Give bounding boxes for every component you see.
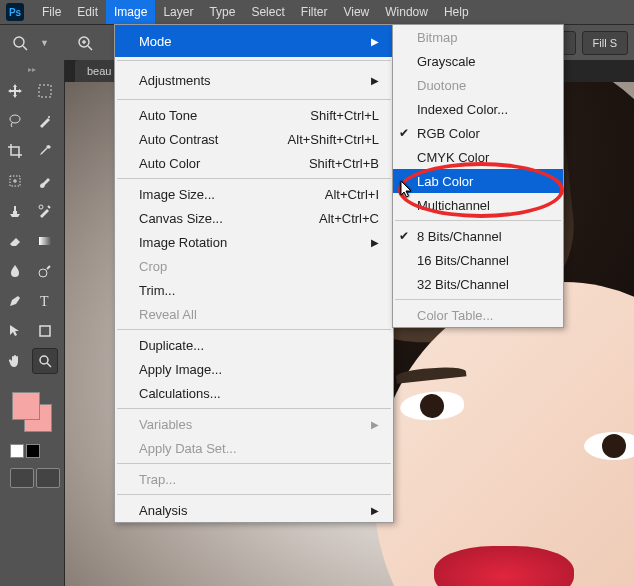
image-menu-item-analysis[interactable]: Analysis▶ [115, 498, 393, 522]
menu-item-label: Canvas Size... [139, 211, 223, 226]
mode-menu-item-32-bits-channel[interactable]: 32 Bits/Channel [393, 272, 563, 296]
menu-item-label: 8 Bits/Channel [417, 229, 502, 244]
foreground-color-swatch[interactable] [12, 392, 40, 420]
default-colors-icon[interactable] [10, 444, 24, 458]
image-menu-item-adjustments[interactable]: Adjustments▶ [115, 64, 393, 96]
image-menu-item-separator [117, 463, 391, 464]
submenu-arrow-icon: ▶ [371, 36, 379, 47]
menubar-item-type[interactable]: Type [201, 0, 243, 24]
image-menu-item-apply-data-set: Apply Data Set... [115, 436, 393, 460]
menu-item-label: RGB Color [417, 126, 480, 141]
image-menu-item-apply-image[interactable]: Apply Image... [115, 357, 393, 381]
marquee-tool-icon[interactable] [32, 78, 58, 104]
menu-item-label: Analysis [139, 503, 187, 518]
mode-menu-item-multichannel[interactable]: Multichannel [393, 193, 563, 217]
collapse-handle[interactable]: ▸▸ [2, 64, 62, 74]
quickmask-mode-button[interactable] [36, 468, 60, 488]
mode-menu-item-indexed-color[interactable]: Indexed Color... [393, 97, 563, 121]
menu-item-label: Image Size... [139, 187, 215, 202]
image-menu-item-mode[interactable]: Mode▶ [115, 25, 393, 57]
menubar-item-select[interactable]: Select [243, 0, 292, 24]
move-tool-icon[interactable] [2, 78, 28, 104]
mode-menu-item-cmyk-color[interactable]: CMYK Color [393, 145, 563, 169]
menubar-item-window[interactable]: Window [377, 0, 436, 24]
svg-rect-6 [39, 85, 51, 97]
image-menu-item-canvas-size[interactable]: Canvas Size...Alt+Ctrl+C [115, 206, 393, 230]
menubar-item-layer[interactable]: Layer [155, 0, 201, 24]
image-menu-item-calculations[interactable]: Calculations... [115, 381, 393, 405]
svg-rect-14 [40, 326, 50, 336]
submenu-arrow-icon: ▶ [371, 75, 379, 86]
fill-screen-button[interactable]: Fill S [582, 31, 628, 55]
brush-tool-icon[interactable] [32, 168, 58, 194]
hand-tool-icon[interactable] [2, 348, 28, 374]
color-swatches[interactable] [2, 386, 62, 436]
image-menu-item-duplicate[interactable]: Duplicate... [115, 333, 393, 357]
pen-tool-icon[interactable] [2, 288, 28, 314]
healing-brush-tool-icon[interactable] [2, 168, 28, 194]
image-menu-item-auto-tone[interactable]: Auto ToneShift+Ctrl+L [115, 103, 393, 127]
standard-mode-button[interactable] [10, 468, 34, 488]
gradient-tool-icon[interactable] [32, 228, 58, 254]
mode-menu-item-lab-color[interactable]: Lab Color [393, 169, 563, 193]
menubar-item-image[interactable]: Image [106, 0, 155, 24]
mode-menu-item-8-bits-channel[interactable]: ✔8 Bits/Channel [393, 224, 563, 248]
submenu-arrow-icon: ▶ [371, 237, 379, 248]
menu-item-shortcut: Alt+Ctrl+C [295, 211, 379, 226]
menubar-items: FileEditImageLayerTypeSelectFilterViewWi… [34, 0, 477, 24]
image-menu-item-separator [117, 178, 391, 179]
menu-item-label: Trim... [139, 283, 175, 298]
svg-point-15 [40, 356, 48, 364]
eyedropper-tool-icon[interactable] [32, 138, 58, 164]
zoom-in-icon[interactable] [71, 29, 99, 57]
menubar-item-filter[interactable]: Filter [293, 0, 336, 24]
menu-item-shortcut: Alt+Shift+Ctrl+L [264, 132, 379, 147]
blur-tool-icon[interactable] [2, 258, 28, 284]
mode-menu-item-grayscale[interactable]: Grayscale [393, 49, 563, 73]
menu-item-shortcut: Shift+Ctrl+B [285, 156, 379, 171]
menu-item-label: Bitmap [417, 30, 457, 45]
menu-item-label: Image Rotation [139, 235, 227, 250]
menubar-item-edit[interactable]: Edit [69, 0, 106, 24]
menu-item-label: Crop [139, 259, 167, 274]
menu-item-label: Color Table... [417, 308, 493, 323]
menu-item-label: Apply Image... [139, 362, 222, 377]
crop-tool-icon[interactable] [2, 138, 28, 164]
image-menu-item-image-size[interactable]: Image Size...Alt+Ctrl+I [115, 182, 393, 206]
image-menu-item-separator [117, 408, 391, 409]
mode-menu-item-rgb-color[interactable]: ✔RGB Color [393, 121, 563, 145]
clone-stamp-tool-icon[interactable] [2, 198, 28, 224]
menubar-item-file[interactable]: File [34, 0, 69, 24]
mode-menu-item-16-bits-channel[interactable]: 16 Bits/Channel [393, 248, 563, 272]
type-tool-icon[interactable]: T [32, 288, 58, 314]
shape-tool-icon[interactable] [32, 318, 58, 344]
submenu-arrow-icon: ▶ [371, 505, 379, 516]
image-menu-item-auto-color[interactable]: Auto ColorShift+Ctrl+B [115, 151, 393, 175]
swap-colors-icon[interactable] [26, 444, 40, 458]
image-menu-item-image-rotation[interactable]: Image Rotation▶ [115, 230, 393, 254]
menu-item-label: Reveal All [139, 307, 197, 322]
image-menu-item-separator [117, 329, 391, 330]
dodge-tool-icon[interactable] [32, 258, 58, 284]
lasso-tool-icon[interactable] [2, 108, 28, 134]
history-brush-tool-icon[interactable] [32, 198, 58, 224]
zoom-tool-icon[interactable] [32, 348, 58, 374]
magic-wand-tool-icon[interactable] [32, 108, 58, 134]
menu-item-label: Calculations... [139, 386, 221, 401]
menubar-item-help[interactable]: Help [436, 0, 477, 24]
menu-item-label: Multichannel [417, 198, 490, 213]
image-menu-item-trim[interactable]: Trim... [115, 278, 393, 302]
svg-point-10 [39, 205, 43, 209]
menubar-item-view[interactable]: View [335, 0, 377, 24]
svg-point-0 [14, 37, 24, 47]
default-colors[interactable] [2, 444, 62, 458]
menu-item-label: Auto Tone [139, 108, 197, 123]
path-selection-tool-icon[interactable] [2, 318, 28, 344]
mode-menu-item-separator [395, 220, 561, 221]
image-menu-item-auto-contrast[interactable]: Auto ContrastAlt+Shift+Ctrl+L [115, 127, 393, 151]
tool-preset-icon[interactable] [6, 29, 34, 57]
chevron-down-icon[interactable]: ▼ [40, 38, 49, 48]
svg-line-16 [47, 363, 51, 367]
eraser-tool-icon[interactable] [2, 228, 28, 254]
menu-item-label: Indexed Color... [417, 102, 508, 117]
